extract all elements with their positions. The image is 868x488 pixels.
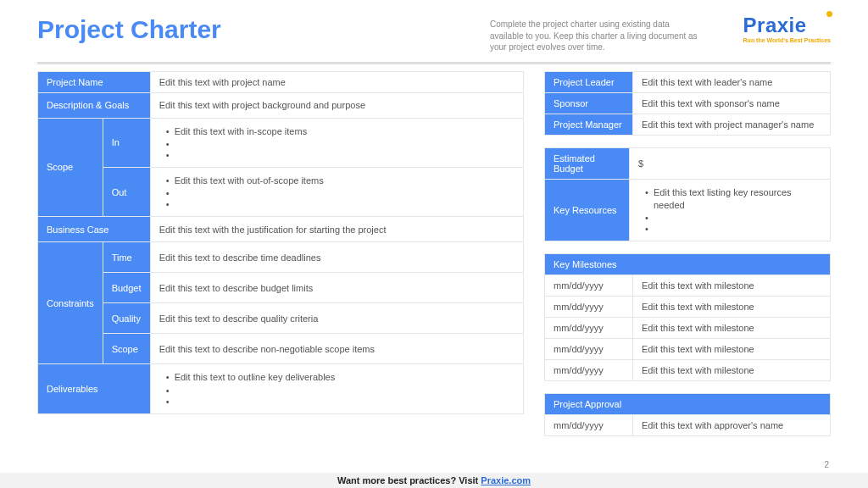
constraint-budget-field[interactable]: Edit this text to describe budget limits xyxy=(150,273,523,303)
scope-in-label: In xyxy=(103,118,150,167)
description-label: Description & Goals xyxy=(38,92,151,118)
project-manager-field[interactable]: Edit this text with project manager's na… xyxy=(633,114,831,135)
constraint-time-label: Time xyxy=(103,242,150,273)
roles-table: Project LeaderEdit this text with leader… xyxy=(544,71,831,136)
sponsor-label: Sponsor xyxy=(545,92,633,114)
milestone-text[interactable]: Edit this text with milestone xyxy=(633,318,831,339)
charter-main-table: Project Name Edit this text with project… xyxy=(37,71,524,414)
brand-name: Praxie xyxy=(743,15,831,36)
deliverables-field[interactable]: Edit this text to outline key deliverabl… xyxy=(150,364,523,413)
brand-logo: Praxie Run the World's Best Practices xyxy=(743,15,831,43)
deliverables-label: Deliverables xyxy=(38,364,151,413)
divider xyxy=(37,62,831,64)
estimated-budget-field[interactable]: $ xyxy=(630,147,831,179)
constraints-label: Constraints xyxy=(38,242,103,364)
instructions-text: Complete the project charter using exist… xyxy=(490,15,702,53)
project-approval-header: Project Approval xyxy=(545,394,831,415)
constraint-time-field[interactable]: Edit this text to describe time deadline… xyxy=(150,242,523,273)
project-manager-label: Project Manager xyxy=(545,114,633,135)
sponsor-field[interactable]: Edit this text with sponsor's name xyxy=(633,92,831,114)
footer-bar: Want more best practices? Visit Praxie.c… xyxy=(0,473,868,488)
key-resources-field[interactable]: Edit this text listing key resources nee… xyxy=(630,179,831,241)
scope-label: Scope xyxy=(38,118,103,217)
milestone-date[interactable]: mm/dd/yyyy xyxy=(545,275,633,297)
business-case-field[interactable]: Edit this text with the justification fo… xyxy=(150,217,523,242)
page-title: Project Charter xyxy=(37,15,470,44)
constraint-scope-label: Scope xyxy=(103,334,150,364)
milestone-date[interactable]: mm/dd/yyyy xyxy=(545,339,633,360)
key-milestones-header: Key Milestones xyxy=(545,254,831,275)
scope-out-field[interactable]: Edit this text with out-of-scope items xyxy=(150,167,523,216)
business-case-label: Business Case xyxy=(38,217,151,242)
estimated-budget-label: Estimated Budget xyxy=(545,147,630,179)
approval-name-field[interactable]: Edit this text with approver's name xyxy=(633,415,831,436)
project-name-label: Project Name xyxy=(38,71,151,92)
milestone-text[interactable]: Edit this text with milestone xyxy=(633,339,831,360)
constraint-quality-label: Quality xyxy=(103,303,150,334)
project-leader-field[interactable]: Edit this text with leader's name xyxy=(633,71,831,92)
footer-text: Want more best practices? Visit xyxy=(337,475,481,485)
milestone-date[interactable]: mm/dd/yyyy xyxy=(545,360,633,381)
constraint-budget-label: Budget xyxy=(103,273,150,303)
scope-in-field[interactable]: Edit this text with in-scope items xyxy=(150,118,523,167)
milestone-date[interactable]: mm/dd/yyyy xyxy=(545,297,633,318)
footer-link[interactable]: Praxie.com xyxy=(481,475,531,485)
milestone-text[interactable]: Edit this text with milestone xyxy=(633,297,831,318)
milestones-table: Key Milestones mm/dd/yyyyEdit this text … xyxy=(544,253,831,381)
description-field[interactable]: Edit this text with project background a… xyxy=(150,92,523,118)
constraint-quality-field[interactable]: Edit this text to describe quality crite… xyxy=(150,303,523,334)
approval-table: Project Approval mm/dd/yyyyEdit this tex… xyxy=(544,393,831,436)
project-leader-label: Project Leader xyxy=(545,71,633,92)
constraint-scope-field[interactable]: Edit this text to describe non-negotiabl… xyxy=(150,334,523,364)
milestone-text[interactable]: Edit this text with milestone xyxy=(633,360,831,381)
budget-resources-table: Estimated Budget$ Key ResourcesEdit this… xyxy=(544,147,831,242)
project-name-field[interactable]: Edit this text with project name xyxy=(150,71,523,92)
brand-tagline: Run the World's Best Practices xyxy=(743,37,831,43)
page-number: 2 xyxy=(824,460,829,469)
scope-out-label: Out xyxy=(103,167,150,216)
milestone-date[interactable]: mm/dd/yyyy xyxy=(545,318,633,339)
milestone-text[interactable]: Edit this text with milestone xyxy=(633,275,831,297)
key-resources-label: Key Resources xyxy=(545,179,630,241)
approval-date[interactable]: mm/dd/yyyy xyxy=(545,415,633,436)
